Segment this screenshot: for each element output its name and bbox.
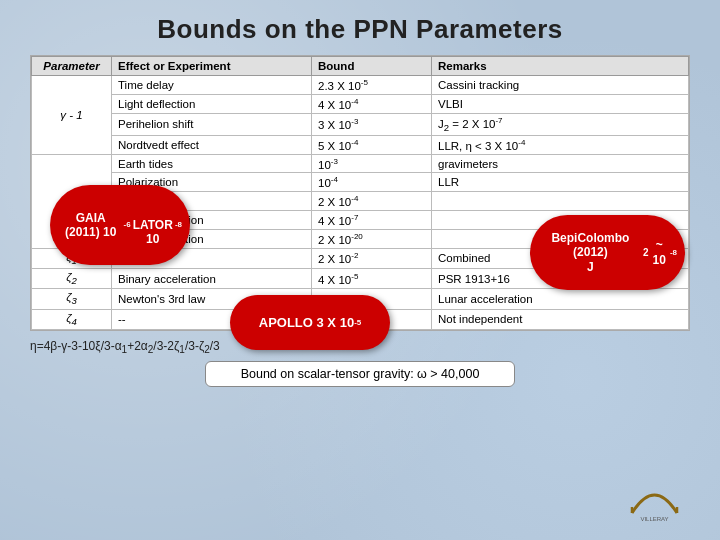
effect-nordtvedt: Nordtvedt effect xyxy=(112,135,312,154)
bound-light-deflection: 4 X 10-4 xyxy=(312,94,432,113)
effect-time-delay: Time delay xyxy=(112,76,312,95)
bound-perihelion: 3 X 10-3 xyxy=(312,113,432,135)
page-background: Bounds on the PPN Parameters Parameter E… xyxy=(0,0,720,540)
remark-zeta3: Lunar acceleration xyxy=(432,289,689,309)
remark-polarization: LLR xyxy=(432,173,689,192)
bound-zeta2: 4 X 10-5 xyxy=(312,269,432,289)
effect-zeta2: Binary acceleration xyxy=(112,269,312,289)
effect-earth-tides: Earth tides xyxy=(112,154,312,173)
logo-text: VILLERAY xyxy=(627,516,682,522)
logo-decoration: VILLERAY xyxy=(627,475,682,522)
scalar-tensor-bound: Bound on scalar-tensor gravity: ω > 40,0… xyxy=(205,361,515,387)
param-gamma: γ - 1 xyxy=(32,76,112,155)
scalar-tensor-text: Bound on scalar-tensor gravity: ω > 40,0… xyxy=(241,367,480,381)
remark-precession xyxy=(432,192,689,211)
table-row: β - 1 Earth tides 10-3 gravimeters xyxy=(32,154,689,173)
remark-nordtvedt: LLR, η < 3 X 10-4 xyxy=(432,135,689,154)
table-row: Light deflection 4 X 10-4 VLBI xyxy=(32,94,689,113)
arch-svg xyxy=(627,475,682,515)
bound-zeta1: 2 X 10-2 xyxy=(312,248,432,268)
table-row: Perihelion shift 3 X 10-3 J2 = 2 X 10-7 xyxy=(32,113,689,135)
remark-zeta4: Not independent xyxy=(432,309,689,329)
table-row: Nordtvedt effect 5 X 10-4 LLR, η < 3 X 1… xyxy=(32,135,689,154)
param-zeta4: ζ4 xyxy=(32,309,112,329)
bound-polarization: 10-4 xyxy=(312,173,432,192)
bubble-gaia: GAIA (2011) 10-6LATOR 10-8 xyxy=(50,185,190,265)
col-header-effect: Effect or Experiment xyxy=(112,57,312,76)
col-header-bound: Bound xyxy=(312,57,432,76)
bound-earth-tides: 10-3 xyxy=(312,154,432,173)
col-header-remarks: Remarks xyxy=(432,57,689,76)
effect-perihelion: Perihelion shift xyxy=(112,113,312,135)
remark-earth-tides: gravimeters xyxy=(432,154,689,173)
bound-time-delay: 2.3 X 10-5 xyxy=(312,76,432,95)
remark-time-delay: Cassini tracking xyxy=(432,76,689,95)
bound-precession: 2 X 10-4 xyxy=(312,192,432,211)
page-title: Bounds on the PPN Parameters xyxy=(0,0,720,55)
remark-perihelion: J2 = 2 X 10-7 xyxy=(432,113,689,135)
bubble-bepi: BepiColombo (2012)J2 ~ 10-8 xyxy=(530,215,685,290)
bound-self-accel1: 4 X 10-7 xyxy=(312,211,432,230)
table-row: γ - 1 Time delay 2.3 X 10-5 Cassini trac… xyxy=(32,76,689,95)
param-zeta3: ζ3 xyxy=(32,289,112,309)
col-header-parameter: Parameter xyxy=(32,57,112,76)
bubble-apollo: APOLLO 3 X 10-5 xyxy=(230,295,390,350)
bound-nordtvedt: 5 X 10-4 xyxy=(312,135,432,154)
remark-light-deflection: VLBI xyxy=(432,94,689,113)
param-zeta2: ζ2 xyxy=(32,269,112,289)
effect-light-deflection: Light deflection xyxy=(112,94,312,113)
bound-self-accel2: 2 X 10-20 xyxy=(312,229,432,248)
